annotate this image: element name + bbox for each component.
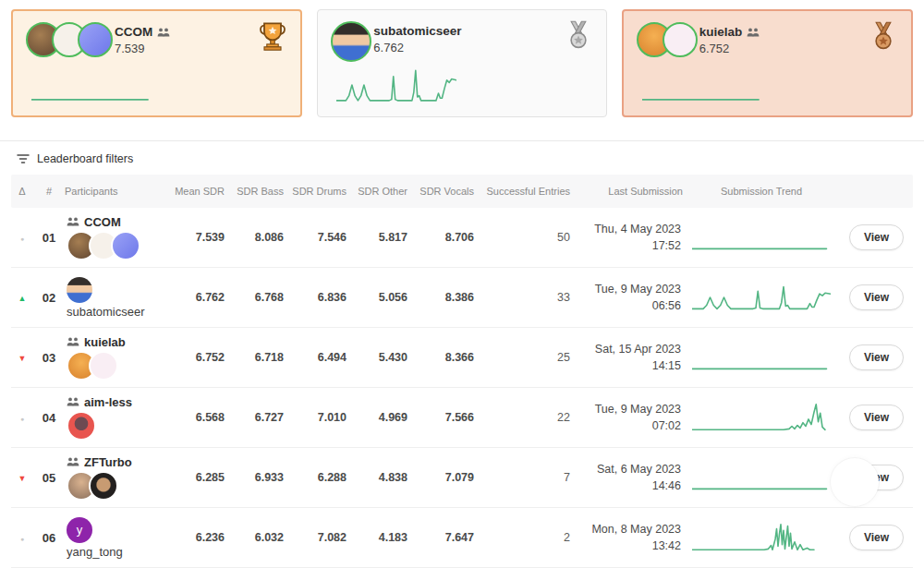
successful-entries-value: 25 xyxy=(474,351,570,364)
submission-trend-sparkline xyxy=(692,340,831,375)
sdr-drums-value: 6.494 xyxy=(284,351,346,364)
leaderboard-table: Δ # Participants Mean SDR SDR Bass SDR D… xyxy=(11,175,913,568)
col-header-sdr-other[interactable]: SDR Other xyxy=(346,186,407,197)
sdr-bass-value: 6.718 xyxy=(225,351,284,364)
participant-cell[interactable]: CCOM xyxy=(65,215,174,260)
card1-avatars xyxy=(26,22,103,57)
mean-sdr-value: 6.285 xyxy=(174,471,225,484)
table-row: ▼ 03 kuielab 6.752 6.718 6.494 5.430 8.3… xyxy=(11,328,913,388)
team-icon xyxy=(67,457,79,466)
top-three-cards: CCOM 7.539 subatomicseer 6.762 xyxy=(0,0,924,117)
sdr-vocals-value: 8.366 xyxy=(407,351,474,364)
last-submission-time: 14:15 xyxy=(570,357,681,374)
mean-sdr-value: 6.568 xyxy=(174,411,225,424)
col-header-sdr-drums[interactable]: SDR Drums xyxy=(284,186,346,197)
col-header-submission-trend[interactable]: Submission Trend xyxy=(683,186,840,197)
leaderboard-filters-toggle[interactable]: Leaderboard filters xyxy=(0,141,924,175)
last-submission-date: Sat, 6 May 2023 xyxy=(570,461,681,477)
sdr-drums-value: 7.546 xyxy=(284,231,346,244)
sdr-bass-value: 6.768 xyxy=(225,291,284,304)
col-header-sdr-vocals[interactable]: SDR Vocals xyxy=(407,186,474,197)
rank-change-icon: ● xyxy=(20,236,24,242)
submission-trend-cell xyxy=(683,340,840,375)
view-button[interactable]: View xyxy=(849,344,904,370)
participant-avatars xyxy=(67,411,174,441)
view-button[interactable]: View xyxy=(849,284,904,310)
participant-avatars xyxy=(67,351,174,381)
last-submission-time: 06:56 xyxy=(570,297,681,314)
sdr-other-value: 5.056 xyxy=(346,291,407,304)
last-submission: Thu, 4 May 2023 17:52 xyxy=(570,221,683,254)
winner-card-2[interactable]: subatomicseer 6.762 xyxy=(317,9,606,117)
submission-trend-sparkline xyxy=(336,61,456,109)
table-row: ● 04 aim-less 6.568 6.727 7.010 4.969 7.… xyxy=(11,388,913,448)
rank: 01 xyxy=(33,231,65,245)
col-header-last-submission[interactable]: Last Submission xyxy=(570,186,683,197)
mean-sdr-value: 6.236 xyxy=(174,531,225,544)
table-row: ● 01 CCOM 7.539 8.086 7.546 5.817 8.706 … xyxy=(11,208,913,268)
participant-cell[interactable]: kuielab xyxy=(65,335,174,381)
screen-overlay-circle xyxy=(831,458,879,506)
mean-sdr-value: 6.762 xyxy=(174,291,225,304)
last-submission-time: 07:02 xyxy=(570,417,681,434)
submission-trend-cell xyxy=(683,520,840,555)
col-header-rank[interactable]: # xyxy=(33,186,65,197)
table-header: Δ # Participants Mean SDR SDR Bass SDR D… xyxy=(11,175,913,208)
sdr-other-value: 4.838 xyxy=(346,471,407,484)
participant-avatars: y xyxy=(67,517,174,543)
col-header-participants[interactable]: Participants xyxy=(65,186,174,197)
last-submission: Sat, 15 Apr 2023 14:15 xyxy=(570,341,683,374)
submission-trend-sparkline xyxy=(692,220,831,255)
view-button[interactable]: View xyxy=(849,405,904,430)
successful-entries-value: 2 xyxy=(474,531,570,544)
sdr-vocals-value: 7.566 xyxy=(407,411,474,424)
participant-cell[interactable]: y yang_tong xyxy=(65,517,174,559)
participant-cell[interactable]: ZFTurbo xyxy=(65,455,174,501)
card3-avatars xyxy=(637,22,688,57)
successful-entries-value: 50 xyxy=(474,231,570,244)
avatar xyxy=(89,351,118,381)
winner-card-1[interactable]: CCOM 7.539 xyxy=(11,9,302,117)
table-row: ▲ 02 subatomicseer 6.762 6.768 6.836 5.0… xyxy=(11,268,913,328)
participant-name: CCOM xyxy=(115,25,152,39)
col-header-sdr-bass[interactable]: SDR Bass xyxy=(225,186,284,197)
col-header-successful-entries[interactable]: Successful Entries xyxy=(474,186,570,197)
sdr-bass-value: 6.727 xyxy=(225,411,284,424)
rank: 04 xyxy=(33,411,65,425)
rank-change-icon: ▼ xyxy=(18,474,27,483)
submission-trend-cell xyxy=(683,280,840,315)
successful-entries-value: 7 xyxy=(474,471,570,484)
avatar xyxy=(663,22,698,57)
sdr-drums-value: 7.082 xyxy=(284,531,346,544)
card2-avatars xyxy=(331,21,362,62)
submission-trend-sparkline xyxy=(642,60,762,108)
participant-cell[interactable]: subatomicseer xyxy=(65,277,174,319)
submission-trend-sparkline xyxy=(692,280,831,315)
winner-card-3[interactable]: kuielab 6.752 xyxy=(622,9,913,117)
team-icon xyxy=(157,28,170,37)
score: 6.762 xyxy=(373,41,461,54)
team-icon xyxy=(747,28,760,37)
participant-name: ZFTurbo xyxy=(84,455,132,469)
sdr-other-value: 5.817 xyxy=(346,231,407,244)
rank: 05 xyxy=(33,471,65,485)
participant-name: subatomicseer xyxy=(67,305,145,319)
successful-entries-value: 33 xyxy=(474,291,570,304)
team-icon xyxy=(67,217,79,226)
view-button[interactable]: View xyxy=(849,224,904,250)
score: 6.752 xyxy=(699,42,760,55)
col-header-delta[interactable]: Δ xyxy=(11,186,33,197)
avatar xyxy=(89,471,118,501)
last-submission: Mon, 8 May 2023 13:42 xyxy=(570,521,683,554)
avatar xyxy=(67,411,96,441)
successful-entries-value: 22 xyxy=(474,411,570,424)
col-header-mean-sdr[interactable]: Mean SDR xyxy=(174,186,225,197)
participant-cell[interactable]: aim-less xyxy=(65,395,174,441)
last-submission-date: Thu, 4 May 2023 xyxy=(570,221,681,237)
last-submission-time: 13:42 xyxy=(570,538,681,554)
rank: 06 xyxy=(33,531,65,545)
sdr-vocals-value: 7.647 xyxy=(407,531,474,544)
participant-name: CCOM xyxy=(84,215,121,229)
view-button[interactable]: View xyxy=(849,525,904,550)
mean-sdr-value: 7.539 xyxy=(174,231,225,244)
